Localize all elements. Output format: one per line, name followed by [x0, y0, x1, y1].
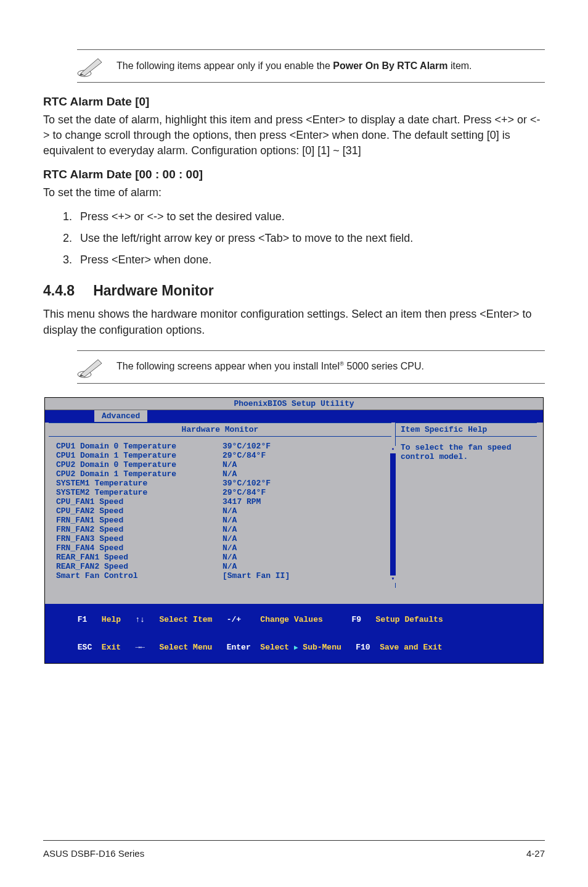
bios-main-panel: Hardware Monitor CPU1 Domain 0 Temperatu…	[45, 423, 395, 588]
footer-left: ASUS DSBF-D16 Series	[43, 848, 144, 859]
note2-suffix: 5000 series CPU.	[344, 361, 424, 372]
rtc-date-heading: RTC Alarm Date [0]	[43, 95, 545, 109]
bios-row-value: 39°C/102°F	[223, 442, 388, 451]
bios-row[interactable]: REAR_FAN2 SpeedN/A	[56, 562, 388, 571]
bios-row-label: CPU_FAN1 Speed	[56, 497, 223, 506]
bios-row-value: [Smart Fan II]	[223, 571, 388, 580]
note-intel-cpu: The following screens appear when you in…	[77, 350, 545, 384]
bios-row[interactable]: FRN_FAN1 SpeedN/A	[56, 516, 388, 525]
bios-row-label: FRN_FAN2 Speed	[56, 525, 223, 534]
scrollbar-track[interactable]	[390, 446, 396, 583]
footer-setup-defaults: Setup Defaults	[376, 615, 443, 624]
footer-select-menu: Select Menu	[159, 643, 212, 652]
bios-row-label: FRN_FAN4 Speed	[56, 543, 223, 553]
bios-row-value: 3417 RPM	[223, 497, 388, 506]
bios-help-text: To select the fan speed control model.	[396, 437, 537, 468]
bios-screen: PhoenixBIOS Setup Utility Advanced Hardw…	[44, 397, 544, 664]
bios-row-label: FRN_FAN3 Speed	[56, 534, 223, 543]
section-heading: 4.4.8Hardware Monitor	[43, 283, 545, 299]
bios-row-label: SYSTEM1 Temperature	[56, 479, 223, 488]
note-text: The following items appear only if you e…	[116, 59, 472, 73]
bios-row-value: N/A	[223, 534, 388, 543]
bios-row[interactable]: CPU2 Domain 0 TemperatureN/A	[56, 460, 388, 469]
bios-row-value: N/A	[223, 516, 388, 525]
bios-row[interactable]: SYSTEM1 Temperature39°C/102°F	[56, 479, 388, 488]
note-power-on-rtc: The following items appear only if you e…	[77, 49, 545, 83]
bios-row[interactable]: SYSTEM2 Temperature29°C/84°F	[56, 488, 388, 497]
section-body: This menu shows the hardware monitor con…	[43, 307, 545, 337]
pencil-note-icon	[77, 55, 104, 77]
scroll-down-icon[interactable]: ▾	[390, 576, 396, 583]
bios-row-label: CPU2 Domain 1 Temperature	[56, 469, 223, 479]
list-item: Use the left/right arrow key or press <T…	[75, 231, 545, 246]
bios-row-value: 29°C/84°F	[223, 451, 388, 460]
bios-row[interactable]: CPU2 Domain 1 TemperatureN/A	[56, 469, 388, 479]
footer-change-values: Change Values	[260, 615, 322, 624]
page-footer: ASUS DSBF-D16 Series 4-27	[43, 840, 545, 859]
bios-tab-bar: Advanced	[45, 410, 543, 423]
bios-row-value: N/A	[223, 543, 388, 553]
key-plusminus: -/+	[227, 615, 241, 624]
footer-page-number: 4-27	[526, 848, 545, 859]
note-prefix: The following items appear only if you e…	[116, 60, 333, 71]
key-enter: Enter	[227, 643, 251, 652]
key-f1: F1	[78, 615, 88, 624]
footer-select-submenu: Select ▶ Sub-Menu	[260, 643, 341, 652]
bios-help-panel: Item Specific Help ▪ ▾ To select the fan…	[395, 423, 543, 588]
bios-row-label: CPU_FAN2 Speed	[56, 506, 223, 516]
footer-select-item: Select Item	[159, 615, 212, 624]
bios-row[interactable]: CPU_FAN2 SpeedN/A	[56, 506, 388, 516]
bios-row[interactable]: FRN_FAN2 SpeedN/A	[56, 525, 388, 534]
triangle-right-icon: ▶	[294, 644, 298, 651]
section-number: 4.4.8	[43, 283, 75, 299]
bios-row-label: SYSTEM2 Temperature	[56, 488, 223, 497]
note-suffix: item.	[447, 60, 472, 71]
rtc-time-body: To set the time of alarm:	[43, 185, 545, 200]
bios-row-value: N/A	[223, 506, 388, 516]
bios-row-label: FRN_FAN1 Speed	[56, 516, 223, 525]
bios-row[interactable]: CPU1 Domain 1 Temperature29°C/84°F	[56, 451, 388, 460]
section-title: Hardware Monitor	[93, 283, 214, 299]
registered-icon: ®	[340, 360, 344, 367]
rtc-time-heading: RTC Alarm Date [00 : 00 : 00]	[43, 168, 545, 181]
key-updown-icon: ↑↓	[135, 615, 145, 624]
note-bold: Power On By RTC Alarm	[333, 60, 447, 71]
bios-row[interactable]: FRN_FAN3 SpeedN/A	[56, 534, 388, 543]
bios-row[interactable]: CPU_FAN1 Speed3417 RPM	[56, 497, 388, 506]
footer-save-exit: Save and Exit	[380, 643, 442, 652]
bios-row-label: CPU1 Domain 1 Temperature	[56, 451, 223, 460]
key-leftright-icon: →←	[135, 643, 145, 652]
bios-row-value: 29°C/84°F	[223, 488, 388, 497]
rtc-date-body: To set the date of alarm, highlight this…	[43, 112, 545, 159]
key-esc: ESC	[78, 643, 92, 652]
bios-row[interactable]: Smart Fan Control[Smart Fan II]	[56, 571, 388, 580]
bios-help-title: Item Specific Help	[396, 423, 537, 437]
note2-prefix: The following screens appear when you in…	[116, 361, 340, 372]
bios-row-value: N/A	[223, 553, 388, 562]
bios-row[interactable]: REAR_FAN1 SpeedN/A	[56, 553, 388, 562]
key-f9: F9	[352, 615, 362, 624]
bios-row-label: CPU2 Domain 0 Temperature	[56, 460, 223, 469]
footer-help: Help	[102, 615, 121, 624]
bios-row-label: Smart Fan Control	[56, 571, 223, 580]
bios-footer: F1 Help ↑↓ Select Item -/+ Change Values…	[45, 604, 543, 663]
key-f10: F10	[356, 643, 370, 652]
footer-exit: Exit	[102, 643, 121, 652]
bios-rows: CPU1 Domain 0 Temperature39°C/102°FCPU1 …	[45, 437, 395, 588]
bios-row[interactable]: FRN_FAN4 SpeedN/A	[56, 543, 388, 553]
bios-row[interactable]: CPU1 Domain 0 Temperature39°C/102°F	[56, 442, 388, 451]
bios-row-label: CPU1 Domain 0 Temperature	[56, 442, 223, 451]
bios-row-label: REAR_FAN1 Speed	[56, 553, 223, 562]
bios-row-value: N/A	[223, 562, 388, 571]
bios-spacer	[45, 588, 543, 604]
rtc-time-steps: Press <+> or <-> to set the desired valu…	[43, 209, 545, 268]
bios-panel-title: Hardware Monitor	[49, 423, 391, 437]
scroll-up-icon[interactable]: ▪	[390, 446, 396, 453]
list-item: Press <+> or <-> to set the desired valu…	[75, 209, 545, 225]
bios-row-value: N/A	[223, 469, 388, 479]
bios-title: PhoenixBIOS Setup Utility	[45, 398, 543, 410]
bios-row-value: 39°C/102°F	[223, 479, 388, 488]
bios-row-value: N/A	[223, 460, 388, 469]
note-text: The following screens appear when you in…	[116, 360, 424, 374]
tab-advanced[interactable]: Advanced	[94, 410, 147, 422]
